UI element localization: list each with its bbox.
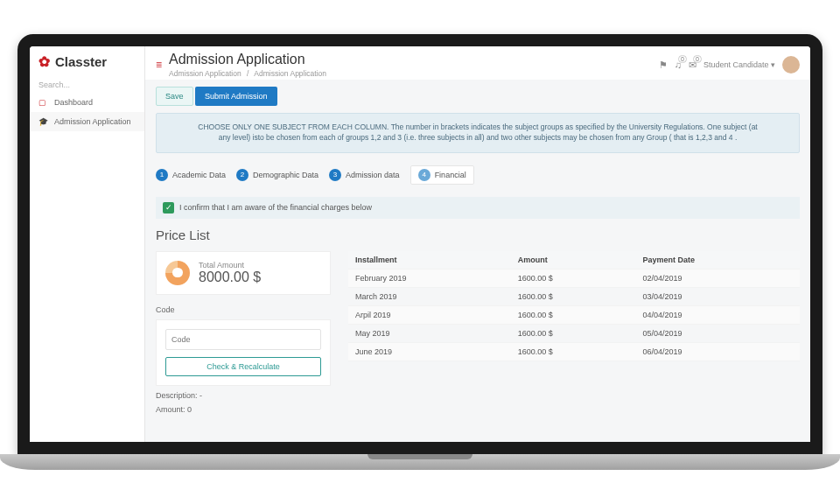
total-card: Total Amount 8000.00 $	[156, 251, 331, 295]
info-banner: CHOOSE ONLY ONE SUBJECT FROM EACH COLUMN…	[156, 113, 800, 153]
code-label: Code	[156, 305, 331, 314]
laptop-mockup: ✿ Classter Search... ▢ Dashboard 🎓 Admis…	[18, 34, 822, 470]
breadcrumb-item[interactable]: Admission Application	[169, 69, 242, 78]
bell-icon[interactable]: ♫0	[675, 60, 682, 70]
graduation-cap-icon: 🎓	[38, 117, 49, 126]
breadcrumb-sep: /	[247, 69, 248, 78]
user-menu[interactable]: Student Candidate ▾	[704, 60, 775, 69]
dashboard-icon: ▢	[38, 98, 49, 107]
price-list-title: Price List	[156, 228, 800, 242]
app-screen: ✿ Classter Search... ▢ Dashboard 🎓 Admis…	[30, 46, 810, 442]
table-row: March 20191600.00 $03/04/2019	[348, 288, 800, 306]
brand: ✿ Classter	[30, 46, 144, 77]
confirm-bar: ✓ I confirm that I am aware of the finan…	[156, 197, 800, 219]
sidebar-item-label: Dashboard	[54, 98, 93, 107]
table-row: February 20191600.00 $02/04/2019	[348, 270, 800, 288]
col-installment: Installment	[355, 256, 518, 264]
check-recalculate-button[interactable]: Check & Recalculate	[165, 357, 321, 376]
code-amount: Amount: 0	[156, 405, 331, 414]
submit-button[interactable]: Submit Admission	[195, 87, 277, 106]
sidebar-item-dashboard[interactable]: ▢ Dashboard	[30, 93, 144, 112]
tab-academic[interactable]: 1Academic Data	[156, 169, 226, 181]
tab-financial[interactable]: 4Financial	[410, 165, 474, 185]
mail-icon[interactable]: ✉0	[689, 60, 696, 71]
save-button[interactable]: Save	[156, 87, 193, 106]
sidebar: ✿ Classter Search... ▢ Dashboard 🎓 Admis…	[30, 46, 145, 442]
mail-badge: 0	[693, 55, 702, 63]
laptop-base	[0, 454, 840, 470]
avatar[interactable]	[782, 56, 800, 74]
action-bar: Save Submit Admission	[156, 87, 800, 106]
step-tabs: 1Academic Data 2Demographic Data 3Admiss…	[156, 162, 800, 188]
main: ≡ Admission Application Admission Applic…	[145, 46, 810, 442]
tab-admission[interactable]: 3Admission data	[329, 169, 400, 181]
code-description: Description: -	[156, 391, 331, 400]
page-title: Admission Application	[169, 52, 659, 67]
topbar: ≡ Admission Application Admission Applic…	[145, 46, 810, 80]
screen-frame: ✿ Classter Search... ▢ Dashboard 🎓 Admis…	[18, 34, 822, 454]
brand-icon: ✿	[38, 53, 50, 70]
pie-icon	[165, 261, 190, 285]
col-amount: Amount	[518, 256, 643, 264]
topbar-right: ⚑ ♫0 ✉0 Student Candidate ▾	[659, 56, 800, 74]
total-amount: 8000.00 $	[199, 270, 261, 285]
table-row: May 20191600.00 $05/04/2019	[348, 325, 800, 343]
sidebar-search[interactable]: Search...	[30, 77, 144, 93]
code-block: Code Check & Recalculate Description: - …	[156, 305, 331, 414]
breadcrumb-item: Admission Application	[254, 69, 326, 78]
table-header: Installment Amount Payment Date	[348, 251, 800, 270]
total-label: Total Amount	[199, 261, 261, 270]
code-input[interactable]	[165, 329, 321, 350]
installment-table: Installment Amount Payment Date February…	[348, 251, 800, 414]
sidebar-item-label: Admission Application	[54, 117, 131, 126]
table-row: Arpil 20191600.00 $04/04/2019	[348, 306, 800, 325]
content: Save Submit Admission CHOOSE ONLY ONE SU…	[145, 80, 810, 442]
col-date: Payment Date	[643, 256, 793, 264]
sidebar-item-admission[interactable]: 🎓 Admission Application	[30, 112, 144, 131]
menu-icon[interactable]: ≡	[156, 59, 162, 71]
flag-icon[interactable]: ⚑	[659, 60, 668, 71]
tab-demographic[interactable]: 2Demographic Data	[236, 169, 318, 181]
breadcrumb: Admission Application / Admission Applic…	[169, 69, 659, 78]
bell-badge: 0	[678, 55, 687, 63]
table-row: June 20191600.00 $06/04/2019	[348, 343, 800, 361]
confirm-text: I confirm that I am aware of the financi…	[179, 203, 372, 212]
checkbox-checked-icon[interactable]: ✓	[163, 202, 174, 214]
brand-name: Classter	[55, 54, 107, 69]
